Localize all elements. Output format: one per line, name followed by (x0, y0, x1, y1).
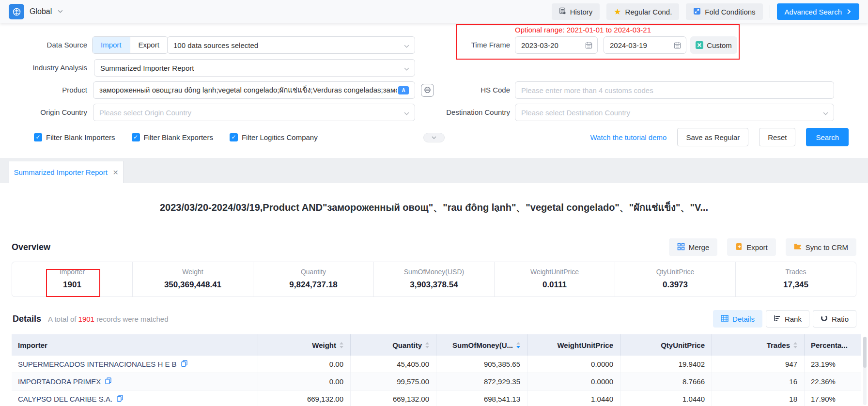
save-as-regular-button[interactable]: Save as Regular (677, 128, 748, 146)
details-table: Importer Weight Quantity SumOfMoney(U...… (12, 334, 861, 406)
report-content: 2023/03/20-2024/03/19,Product AND"заморо… (0, 183, 868, 406)
hs-code-input[interactable]: Please enter more than 4 customs codes (515, 81, 834, 99)
filter-logistics-company-checkbox[interactable]: ✓ Filter Logitics Company (230, 133, 318, 141)
chevron-down-icon (431, 134, 437, 142)
bar-chart-icon (774, 315, 781, 323)
search-button[interactable]: Search (806, 128, 849, 146)
start-date-input[interactable]: 2023-03-20 (515, 36, 598, 54)
history-button[interactable]: History (552, 3, 600, 20)
region-selector[interactable]: Global (9, 4, 63, 19)
origin-country-label: Origin Country (10, 104, 87, 121)
sort-icon[interactable] (340, 342, 343, 348)
data-source-toggle: Import Export (92, 36, 168, 54)
topbar-actions: History ★ Regular Cond. Fold Conditions … (552, 3, 859, 20)
stat-weight: Weight 350,369,448.41 (132, 262, 253, 297)
sort-icon[interactable] (793, 342, 797, 348)
export-toggle[interactable]: Export (130, 37, 168, 53)
export-icon (735, 243, 743, 252)
calendar-icon (585, 42, 592, 50)
scrollbar-thumb[interactable] (863, 337, 867, 368)
destination-country-select[interactable]: Please select Destination Country (515, 104, 834, 121)
stat-quantity: Quantity 9,824,737.18 (253, 262, 373, 297)
col-trades[interactable]: Trades (712, 334, 804, 356)
pie-chart-icon (821, 314, 828, 323)
chevron-down-icon (57, 8, 63, 16)
chevron-down-icon (403, 65, 410, 74)
language-globe-icon (424, 86, 431, 95)
copy-icon[interactable] (181, 360, 187, 368)
col-quantity[interactable]: Quantity (350, 334, 436, 356)
chevron-down-icon (403, 43, 410, 51)
chevron-down-icon (822, 110, 829, 118)
optional-range-note: Optional range: 2021-01-01 to 2024-03-21 (515, 26, 738, 34)
col-weight-unit-price: WeightUnitPrice (527, 334, 620, 356)
stat-importer: Importer 1901 (12, 262, 132, 297)
sort-icon-active-desc[interactable] (516, 342, 520, 348)
view-rank-button[interactable]: Rank (766, 310, 809, 328)
export-button[interactable]: Export (727, 238, 775, 256)
importer-name[interactable]: IMPORTADORA PRIMEX (12, 373, 258, 390)
stat-trades: Trades 17,345 (735, 262, 856, 297)
reset-button[interactable]: Reset (759, 128, 795, 146)
fold-icon (693, 7, 701, 16)
origin-country-select[interactable]: Please select Origin Country (93, 104, 415, 121)
product-input[interactable]: замороженный овощ;rau đông lạnh;vegetal … (93, 81, 415, 99)
query-title: 2023/03/20-2024/03/19,Product AND"заморо… (0, 200, 868, 215)
industry-analysis-select[interactable]: Summarized Importer Report (94, 59, 415, 77)
advanced-search-button[interactable]: Advanced Search (777, 3, 859, 20)
checkbox-checked-icon: ✓ (132, 133, 140, 141)
custom-range-button[interactable]: Custom (690, 36, 737, 54)
globe-logo-icon (9, 4, 24, 19)
filter-checkboxes: ✓ Filter Blank Importers ✓ Filter Blank … (34, 132, 318, 142)
importer-name[interactable]: CALYPSO DEL CARIBE S.A. (12, 390, 258, 406)
industry-analysis-label: Industry Analysis (10, 59, 87, 77)
search-form: Data Source Import Export 100 data sourc… (0, 23, 868, 158)
record-count: 1901 (78, 315, 94, 323)
chevron-right-icon (846, 8, 852, 16)
multilingual-button[interactable] (421, 84, 434, 97)
stat-sum-of-money: SumOfMoney(USD) 3,903,378.54 (373, 262, 494, 297)
table-row[interactable]: IMPORTADORA PRIMEX 0.00 99,575.00 872,92… (12, 373, 861, 390)
stat-weight-unit-price: WeightUnitPrice 0.0111 (494, 262, 615, 297)
collapse-form-button[interactable] (423, 133, 445, 142)
merge-button[interactable]: Merge (669, 238, 718, 256)
copy-icon[interactable] (105, 377, 111, 386)
end-date-input[interactable]: 2024-03-19 (604, 36, 686, 54)
destination-country-label: Destination Country (434, 104, 510, 121)
import-toggle[interactable]: Import (93, 37, 130, 53)
tutorial-demo-link[interactable]: Watch the tutorial demo (590, 133, 667, 141)
checkbox-checked-icon: ✓ (34, 133, 42, 141)
sort-icon[interactable] (425, 342, 429, 348)
topbar: Global History ★ Regular Cond. Fold Cond… (0, 0, 868, 23)
custom-icon (696, 41, 703, 49)
details-header: Details A total of 1901 records were mat… (13, 310, 856, 328)
view-switcher: Details Rank Ratio (713, 310, 856, 328)
sync-to-crm-button[interactable]: Sync to CRM (786, 238, 856, 256)
data-sources-select[interactable]: 100 data sources selected (167, 36, 415, 54)
table-grid-icon (721, 315, 728, 323)
history-icon (559, 7, 566, 16)
table-scrollbar[interactable] (863, 337, 867, 405)
table-header-row: Importer Weight Quantity SumOfMoney(U...… (12, 334, 861, 356)
col-sum-of-money[interactable]: SumOfMoney(U... (436, 334, 527, 356)
importer-name[interactable]: SUPERMERCADOS INTERNACIONALES H E B (12, 356, 258, 373)
col-weight[interactable]: Weight (258, 334, 350, 356)
view-details-button[interactable]: Details (713, 310, 762, 328)
table-row[interactable]: CALYPSO DEL CARIBE S.A. 669,132.00 669,1… (12, 390, 861, 406)
filter-blank-exporters-checkbox[interactable]: ✓ Filter Blank Exporters (132, 133, 213, 141)
star-icon: ★ (614, 8, 621, 16)
copy-icon[interactable] (117, 395, 123, 403)
overview-actions: Merge Export Sync to CRM (669, 238, 856, 256)
regular-cond-button[interactable]: ★ Regular Cond. (606, 3, 679, 20)
merge-icon (677, 243, 685, 252)
table-row[interactable]: SUPERMERCADOS INTERNACIONALES H E B 0.00… (12, 356, 861, 373)
col-qty-unit-price: QtyUnitPrice (620, 334, 712, 356)
filter-blank-importers-checkbox[interactable]: ✓ Filter Blank Importers (34, 133, 115, 141)
translate-icon[interactable]: A (398, 86, 409, 94)
divider (770, 5, 770, 18)
tab-summarized-importer-report[interactable]: Summarized Importer Report ✕ (9, 161, 124, 183)
fold-conditions-button[interactable]: Fold Conditions (686, 3, 762, 20)
close-icon[interactable]: ✕ (113, 169, 119, 176)
time-frame-label: Time Frame (458, 36, 510, 54)
view-ratio-button[interactable]: Ratio (813, 310, 856, 328)
